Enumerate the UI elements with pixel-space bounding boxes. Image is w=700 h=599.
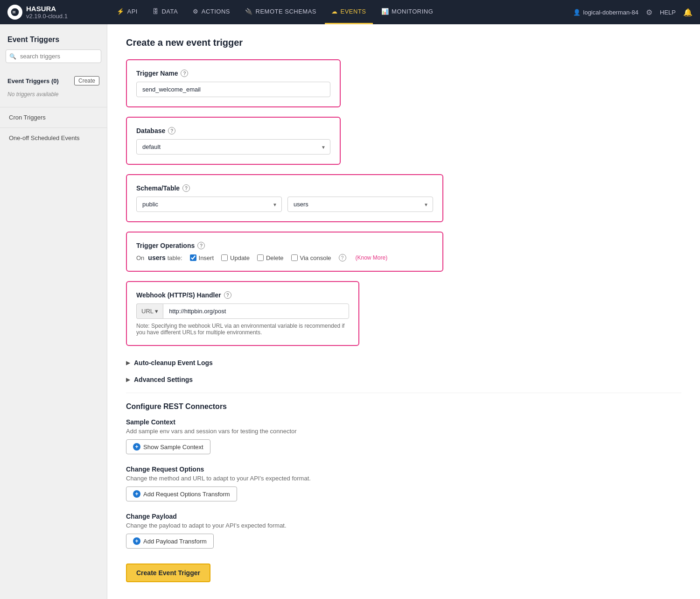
webhook-help-icon[interactable]: ? bbox=[224, 291, 231, 299]
add-request-options-button[interactable]: + Add Request Options Transform bbox=[126, 486, 237, 501]
auto-cleanup-arrow-icon: ▶ bbox=[126, 359, 130, 366]
api-icon: ⚡ bbox=[117, 8, 125, 15]
settings-icon[interactable]: ⚙ bbox=[646, 8, 652, 17]
schema-table-label: Schema/Table ? bbox=[136, 184, 433, 192]
database-help-icon[interactable]: ? bbox=[168, 127, 175, 134]
trigger-name-section: Trigger Name ? bbox=[126, 59, 341, 107]
svg-text:H: H bbox=[13, 10, 15, 14]
trigger-operations-section: Trigger Operations ? On users table: Ins… bbox=[126, 232, 443, 272]
sidebar-divider-1 bbox=[0, 107, 107, 107]
sample-context-title: Sample Context bbox=[126, 418, 681, 426]
event-triggers-label: Event Triggers (0) bbox=[7, 78, 59, 85]
app-version: v2.19.0-cloud.1 bbox=[26, 13, 68, 20]
show-sample-context-button[interactable]: + Show Sample Context bbox=[126, 439, 210, 454]
via-console-checkbox[interactable] bbox=[291, 254, 298, 261]
change-payload-desc: Change the payload to adapt to your API'… bbox=[126, 522, 681, 529]
via-console-help-icon[interactable]: ? bbox=[339, 254, 346, 261]
via-console-checkbox-item[interactable]: Via console bbox=[291, 254, 331, 261]
webhook-url-input[interactable] bbox=[163, 303, 349, 319]
notifications-icon[interactable]: 🔔 bbox=[683, 8, 693, 17]
top-nav: H HASURA v2.19.0-cloud.1 ⚡ API 🗄 DATA ⚙ … bbox=[0, 0, 700, 24]
url-badge[interactable]: URL ▾ bbox=[136, 303, 163, 319]
main-content: Create a new event trigger Trigger Name … bbox=[107, 24, 700, 599]
database-label: Database ? bbox=[136, 127, 330, 134]
schema-table-help-icon[interactable]: ? bbox=[182, 184, 190, 192]
update-checkbox[interactable] bbox=[221, 254, 228, 261]
event-triggers-header[interactable]: Event Triggers (0) Create bbox=[0, 72, 107, 89]
table-select[interactable]: users bbox=[287, 197, 433, 212]
database-select[interactable]: default bbox=[136, 139, 330, 155]
database-section: Database ? default bbox=[126, 117, 341, 165]
nav-monitoring[interactable]: 📊 MONITORING bbox=[375, 0, 440, 24]
layout: Event Triggers 🔍 Event Triggers (0) Crea… bbox=[0, 24, 700, 599]
insert-checkbox[interactable] bbox=[190, 254, 196, 261]
sidebar: Event Triggers 🔍 Event Triggers (0) Crea… bbox=[0, 24, 107, 599]
table-suffix: table: bbox=[168, 254, 182, 261]
insert-checkbox-item[interactable]: Insert bbox=[190, 254, 214, 261]
remote-schemas-icon: 🔌 bbox=[245, 8, 253, 15]
nav-actions[interactable]: ⚙ ACTIONS bbox=[186, 0, 237, 24]
trigger-ops-row: On users table: Insert Update Delete bbox=[136, 254, 433, 261]
nav-api[interactable]: ⚡ API bbox=[110, 0, 144, 24]
app-name: HASURA bbox=[26, 5, 68, 13]
search-box: 🔍 bbox=[6, 49, 101, 63]
user-icon: 👤 bbox=[573, 9, 581, 16]
content-divider bbox=[126, 393, 681, 393]
create-trigger-button[interactable]: Create bbox=[74, 76, 99, 85]
event-triggers-section: Event Triggers (0) Create No triggers av… bbox=[0, 70, 107, 105]
no-triggers-text: No triggers available bbox=[0, 89, 107, 103]
add-request-plus-icon: + bbox=[133, 490, 140, 498]
delete-checkbox[interactable] bbox=[257, 254, 264, 261]
checkbox-group: Insert Update Delete Via console ? bbox=[190, 254, 388, 261]
schema-table-section: Schema/Table ? public users bbox=[126, 174, 443, 222]
data-icon: 🗄 bbox=[153, 8, 159, 15]
help-label[interactable]: HELP bbox=[660, 9, 676, 16]
change-request-subsection: Change Request Options Change the method… bbox=[126, 465, 681, 501]
trigger-name-label: Trigger Name ? bbox=[136, 70, 330, 77]
trigger-operations-label: Trigger Operations ? bbox=[136, 242, 433, 249]
sidebar-title: Event Triggers bbox=[0, 32, 107, 49]
sidebar-item-oneoff[interactable]: One-off Scheduled Events bbox=[0, 130, 107, 146]
sample-context-desc: Add sample env vars and session vars for… bbox=[126, 428, 681, 435]
change-payload-subsection: Change Payload Change the payload to ada… bbox=[126, 513, 681, 549]
add-payload-transform-button[interactable]: + Add Payload Transform bbox=[126, 534, 214, 549]
search-icon: 🔍 bbox=[9, 53, 16, 60]
advanced-settings-label: Advanced Settings bbox=[134, 376, 193, 383]
sidebar-item-cron[interactable]: Cron Triggers bbox=[0, 109, 107, 126]
webhook-row: URL ▾ bbox=[136, 303, 349, 319]
monitoring-icon: 📊 bbox=[381, 8, 389, 15]
nav-user[interactable]: 👤 logical-doberman-84 bbox=[573, 9, 639, 16]
trigger-name-help-icon[interactable]: ? bbox=[181, 70, 188, 77]
events-icon: ☁ bbox=[331, 8, 338, 15]
advanced-settings-collapsible[interactable]: ▶ Advanced Settings bbox=[126, 372, 681, 387]
table-select-wrapper: users bbox=[287, 197, 433, 212]
nav-data[interactable]: 🗄 DATA bbox=[146, 0, 184, 24]
actions-icon: ⚙ bbox=[193, 8, 199, 15]
search-input[interactable] bbox=[6, 49, 101, 63]
schema-select-wrapper: public bbox=[136, 197, 282, 212]
show-sample-plus-icon: + bbox=[133, 443, 140, 451]
webhook-section: Webhook (HTTP/S) Handler ? URL ▾ Note: S… bbox=[126, 281, 359, 346]
know-more-link[interactable]: (Know More) bbox=[356, 254, 388, 261]
insert-label: Insert bbox=[199, 254, 214, 261]
trigger-name-input[interactable] bbox=[136, 82, 330, 97]
update-checkbox-item[interactable]: Update bbox=[221, 254, 250, 261]
trigger-ops-help-icon[interactable]: ? bbox=[197, 242, 205, 249]
nav-events[interactable]: ☁ EVENTS bbox=[325, 0, 373, 24]
nav-right: 👤 logical-doberman-84 ⚙ HELP 🔔 bbox=[573, 8, 693, 17]
schema-select[interactable]: public bbox=[136, 197, 282, 212]
configure-rest-heading: Configure REST Connectors bbox=[126, 402, 681, 411]
change-payload-title: Change Payload bbox=[126, 513, 681, 520]
schema-table-row: public users bbox=[136, 197, 433, 212]
create-event-trigger-button[interactable]: Create Event Trigger bbox=[126, 564, 210, 582]
table-name-label: users bbox=[148, 254, 165, 261]
webhook-label: Webhook (HTTP/S) Handler ? bbox=[136, 291, 349, 299]
change-request-title: Change Request Options bbox=[126, 465, 681, 473]
page-title: Create a new event trigger bbox=[126, 37, 681, 48]
via-console-label: Via console bbox=[300, 254, 331, 261]
nav-remote-schemas[interactable]: 🔌 REMOTE SCHEMAS bbox=[238, 0, 323, 24]
sample-context-subsection: Sample Context Add sample env vars and s… bbox=[126, 418, 681, 454]
delete-checkbox-item[interactable]: Delete bbox=[257, 254, 284, 261]
auto-cleanup-collapsible[interactable]: ▶ Auto-cleanup Event Logs bbox=[126, 355, 681, 370]
add-payload-plus-icon: + bbox=[133, 537, 140, 545]
